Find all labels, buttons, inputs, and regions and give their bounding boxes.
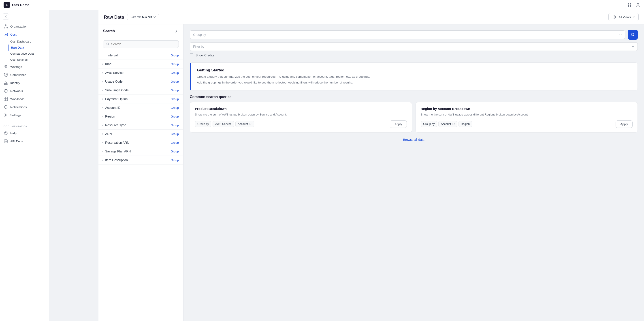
search-input[interactable] [111,42,176,46]
sidebar-item-compliance-label: Compliance [10,73,26,76]
query-tag-group-by-2: Group by [421,121,437,127]
filter-by-placeholder: Filter by [193,45,204,48]
sidebar-item-help[interactable]: Help [0,129,49,137]
sidebar-item-identity[interactable]: Identity [0,79,49,87]
svg-rect-7 [7,27,8,28]
search-execute-button[interactable] [628,30,638,40]
search-item-interval-group[interactable]: Group [171,54,179,57]
svg-rect-6 [4,27,5,28]
query-card-product-tags: Group by AWS Service Account ID [195,121,388,127]
search-item-reservation-label: Reservation ARN [105,141,129,144]
organization-icon [4,24,8,29]
search-item-payment-group[interactable]: Group [171,97,179,101]
browse-all-link[interactable]: Browse all data [403,138,424,142]
filter-by-select[interactable]: Filter by [190,42,638,51]
search-list-item-payment-option[interactable]: › Payment Option ... Group [98,95,183,104]
apply-button-product-breakdown[interactable]: Apply [390,120,407,128]
query-card-product-desc: Show me the sum of AWS usage broken down… [195,112,407,117]
all-views-chevron [632,16,635,18]
sidebar-item-networks[interactable]: Networks [0,87,49,95]
grid-icon[interactable] [627,2,632,8]
data-for-selector[interactable]: Data for: Mar '23 [127,14,159,20]
sidebar-item-cost[interactable]: Cost [0,30,49,38]
svg-rect-5 [5,24,6,26]
search-item-reservation-group[interactable]: Group [171,141,179,144]
sidebar-item-settings-label: Settings [10,114,21,117]
content-area: Search Interval Group [98,24,644,321]
svg-point-21 [107,43,109,45]
search-close-button[interactable] [172,28,179,34]
search-item-region-label: Region [105,114,115,118]
sidebar-cost-submenu: Cost Dashboard Raw Data Comparative Data… [0,38,49,63]
sidebar-item-notifications[interactable]: Notifications [0,103,49,111]
search-list-item-sub-usage-code[interactable]: › Sub-usage Code Group [98,86,183,95]
topbar-icons [627,2,640,8]
sidebar-item-compliance[interactable]: Compliance [0,71,49,79]
search-item-sub-usage-left: › Sub-usage Code [102,88,129,92]
sidebar-sub-raw-data[interactable]: Raw Data [8,44,49,50]
search-item-arn-left: › ARN [102,132,112,136]
svg-point-4 [637,3,639,5]
sidebar-item-settings[interactable]: Settings [0,111,49,119]
search-execute-icon [631,33,635,37]
search-list-item-kind[interactable]: › Kind Group [98,60,183,68]
search-list-item-reservation-arn[interactable]: › Reservation ARN Group [98,138,183,147]
query-card-product-footer: Group by AWS Service Account ID Apply [195,120,407,128]
svg-rect-3 [630,5,631,7]
query-card-region-account: Region by Account Breakdown Show me the … [416,102,638,132]
sidebar-sub-cost-dashboard[interactable]: Cost Dashboard [10,38,49,44]
search-item-payment-arrow: › [102,97,103,100]
data-for-label: Data for: [130,16,141,18]
sidebar-item-api-docs[interactable]: API Docs [0,137,49,145]
search-item-account-group[interactable]: Group [171,106,179,110]
search-item-interval-label: Interval [108,54,118,57]
sidebar-section-main: Organization Cost Cost Dashboard Raw Dat… [0,22,49,119]
search-list-item-usage-code[interactable]: › Usage Code Group [98,77,183,86]
query-card-product-title: Product Breakdown [195,107,407,110]
apply-button-region-account[interactable]: Apply [616,120,632,128]
sidebar-sub-comparative-data[interactable]: Comparative Data [10,50,49,57]
search-panel-header: Search [98,24,183,37]
search-item-kind-group[interactable]: Group [171,62,179,66]
search-list-item-region[interactable]: › Region Group [98,112,183,121]
search-item-sub-usage-arrow: › [102,89,103,92]
cost-icon [4,32,8,37]
search-item-usage-group[interactable]: Group [171,80,179,83]
search-list-item-aws-service[interactable]: › AWS Service Group [98,68,183,77]
search-item-savings-group[interactable]: Group [171,150,179,153]
group-by-select[interactable]: Group by [190,30,625,39]
search-list-item-arn[interactable]: › ARN Group [98,130,183,138]
search-item-usage-left: › Usage Code [102,80,122,83]
search-list-item-account-id[interactable]: › Account ID Group [98,104,183,112]
search-item-item-desc-group[interactable]: Group [171,158,179,162]
views-icon [612,14,617,20]
search-item-arn-group[interactable]: Group [171,132,179,136]
app-title: Stax Demo [12,3,30,7]
search-list-item-interval[interactable]: Interval Group [98,51,183,60]
sidebar-collapse-button[interactable] [3,14,9,20]
sidebar-item-wastage[interactable]: Wastage [0,63,49,71]
search-list-item-savings-plan-arn[interactable]: › Savings Plan ARN Group [98,147,183,156]
query-area: Group by Filter by Show Credits Getting … [184,24,644,321]
sidebar-sub-cost-settings[interactable]: Cost Settings [10,57,49,63]
topbar: S Stax Demo [0,0,644,10]
search-item-sub-usage-group[interactable]: Group [171,89,179,92]
search-item-account-left: › Account ID [102,106,120,110]
sidebar-item-workloads[interactable]: Workloads [0,95,49,103]
search-item-region-group[interactable]: Group [171,115,179,118]
query-card-region-title: Region by Account Breakdown [421,107,632,110]
show-credits-checkbox[interactable] [190,54,193,57]
search-list-item-item-description[interactable]: › Item Description Group [98,156,183,164]
query-tag-account-id-2: Account ID [438,121,457,127]
search-item-aws-arrow: › [102,71,103,74]
search-item-resource-group[interactable]: Group [171,124,179,127]
search-item-aws-group[interactable]: Group [171,71,179,74]
all-views-button[interactable]: All Views [608,13,639,21]
search-list: Interval Group › Kind Group › AWS Servic… [98,51,183,321]
show-credits-label: Show Credits [196,54,214,57]
search-item-reservation-arrow: › [102,141,103,144]
search-list-item-resource-type[interactable]: › Resource Type Group [98,121,183,130]
user-icon[interactable] [636,2,640,8]
svg-point-18 [6,134,6,134]
sidebar-item-organization[interactable]: Organization [0,22,49,30]
